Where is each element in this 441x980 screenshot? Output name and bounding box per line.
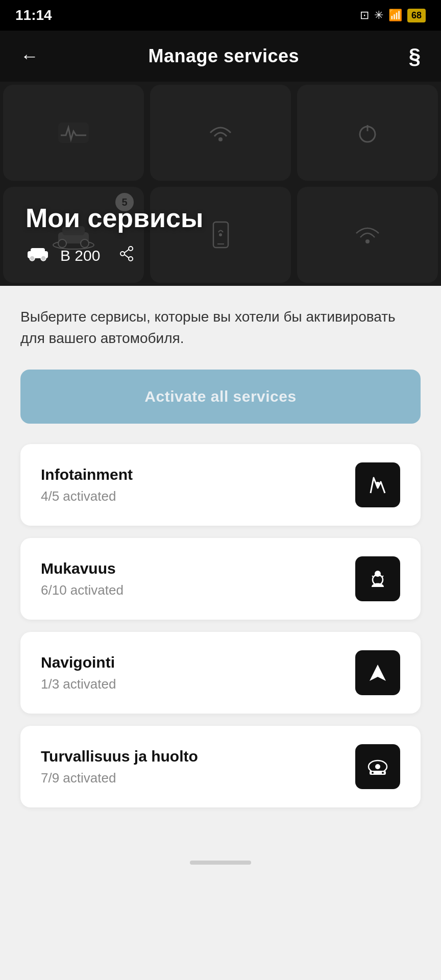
svg-rect-14	[31, 248, 45, 254]
hero-tile-power	[297, 85, 438, 181]
svg-point-32	[372, 772, 374, 774]
service-card-turvallisuus[interactable]: Turvallisuus ja huolto 7/9 activated	[20, 726, 421, 807]
hero-info: В 200	[26, 246, 415, 265]
svg-point-22	[376, 482, 380, 486]
service-card-navigointi[interactable]: Navigointi 1/3 activated	[20, 632, 421, 714]
status-time: 11:14	[15, 7, 52, 23]
logo-icon[interactable]: §	[409, 45, 421, 67]
status-bar: 11:14 ⊡ ✳ 📶 68	[0, 0, 441, 31]
service-card-info: Mukavuus 6/10 activated	[41, 560, 355, 598]
service-status: 7/9 activated	[41, 770, 355, 786]
battery-level: 68	[407, 9, 426, 22]
svg-line-21	[125, 255, 129, 258]
svg-point-17	[129, 247, 133, 251]
svg-point-30	[375, 764, 380, 769]
page-title: Manage services	[148, 45, 299, 67]
service-card-info: Navigointi 1/3 activated	[41, 654, 355, 692]
svg-line-20	[125, 250, 129, 253]
mukavuus-icon	[355, 556, 400, 601]
turvallisuus-icon	[355, 744, 400, 789]
service-name: Infotainment	[41, 466, 355, 483]
app-bar: ← Manage services §	[0, 31, 441, 82]
svg-line-26	[382, 576, 383, 577]
service-status: 1/3 activated	[41, 676, 355, 692]
car-icon	[26, 246, 50, 265]
service-name: Navigointi	[41, 654, 355, 671]
nfc-icon: ⊡	[360, 9, 369, 22]
main-content: Выберите сервисы, которые вы хотели бы а…	[0, 286, 441, 850]
service-status: 6/10 activated	[41, 582, 355, 598]
description-text: Выберите сервисы, которые вы хотели бы а…	[20, 306, 421, 349]
car-id: В 200	[60, 247, 100, 264]
svg-point-19	[129, 257, 133, 261]
hero-content: Мои сервисы В 200	[26, 203, 415, 265]
share-icon	[118, 246, 135, 265]
service-card-infotainment[interactable]: Infotainment 4/5 activated	[20, 444, 421, 526]
activate-all-button[interactable]: Activate all services	[20, 370, 421, 424]
svg-point-1	[218, 137, 223, 141]
service-name: Turvallisuus ja huolto	[41, 748, 355, 765]
svg-marker-28	[370, 665, 386, 681]
signal-icon: 📶	[388, 9, 402, 22]
svg-point-15	[30, 256, 35, 261]
bluetooth-icon: ✳	[374, 9, 383, 22]
svg-point-16	[41, 256, 46, 261]
svg-line-27	[372, 576, 374, 577]
hero-section: 5 Мои сервисы	[0, 82, 441, 286]
svg-point-18	[120, 252, 125, 256]
home-indicator	[190, 861, 251, 865]
status-icons: ⊡ ✳ 📶 68	[360, 9, 426, 22]
service-status: 4/5 activated	[41, 488, 355, 504]
svg-point-33	[382, 772, 384, 774]
service-card-mukavuus[interactable]: Mukavuus 6/10 activated	[20, 538, 421, 620]
hero-title: Мои сервисы	[26, 203, 415, 233]
bottom-pill-area	[0, 850, 441, 880]
service-name: Mukavuus	[41, 560, 355, 577]
infotainment-icon	[355, 462, 400, 507]
hero-tile-wifi	[150, 85, 291, 181]
hero-tile-ecg	[3, 85, 144, 181]
back-button[interactable]: ←	[20, 47, 39, 65]
service-card-info: Infotainment 4/5 activated	[41, 466, 355, 504]
service-card-info: Turvallisuus ja huolto 7/9 activated	[41, 748, 355, 786]
navigointi-icon	[355, 650, 400, 695]
